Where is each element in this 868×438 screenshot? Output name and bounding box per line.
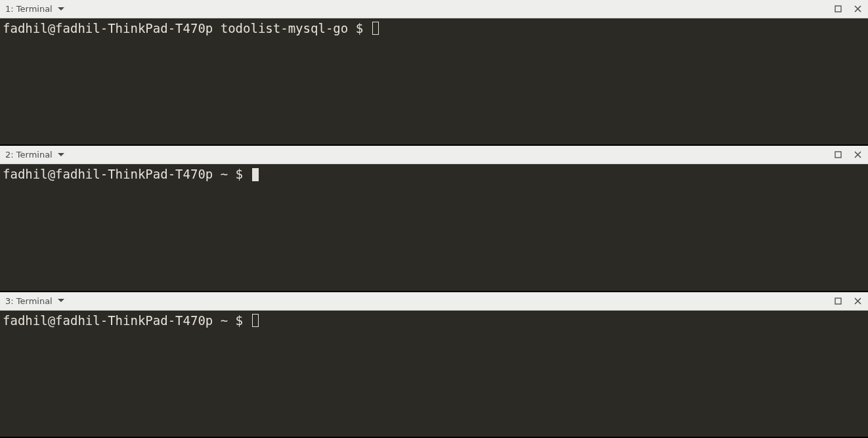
terminal-titlebar-2: 2: Terminal bbox=[0, 146, 868, 164]
maximize-button-3[interactable] bbox=[833, 296, 843, 306]
close-button-2[interactable] bbox=[852, 150, 863, 160]
terminal-tab-selector-2[interactable]: 2: Terminal bbox=[5, 150, 66, 159]
window-controls-1 bbox=[833, 4, 863, 14]
terminal-title-2: 2: Terminal bbox=[5, 150, 53, 159]
maximize-icon bbox=[835, 151, 842, 158]
terminal-prompt-2: fadhil@fadhil-ThinkPad-T470p ~ $ bbox=[3, 167, 251, 182]
terminal-prompt-3: fadhil@fadhil-ThinkPad-T470p ~ $ bbox=[3, 313, 251, 328]
maximize-icon bbox=[835, 297, 842, 305]
terminal-pane-2: 2: Terminal fadhil@fadhil-ThinkPad-T470p… bbox=[0, 146, 868, 292]
terminal-cursor-2 bbox=[252, 168, 259, 181]
terminal-pane-3: 3: Terminal fadhil@fadhil-ThinkPad-T470p… bbox=[0, 292, 868, 438]
svg-rect-2 bbox=[835, 298, 841, 304]
terminal-body-2[interactable]: fadhil@fadhil-ThinkPad-T470p ~ $ bbox=[0, 164, 868, 290]
window-controls-2 bbox=[833, 150, 863, 160]
terminal-title-1: 1: Terminal bbox=[5, 5, 53, 13]
maximize-button-1[interactable] bbox=[833, 4, 843, 14]
terminal-tab-selector-3[interactable]: 3: Terminal bbox=[5, 297, 66, 305]
terminal-tab-selector-1[interactable]: 1: Terminal bbox=[5, 5, 66, 13]
terminal-prompt-line-1: fadhil@fadhil-ThinkPad-T470p todolist-my… bbox=[3, 21, 379, 36]
terminal-body-1[interactable]: fadhil@fadhil-ThinkPad-T470p todolist-my… bbox=[0, 18, 868, 144]
terminal-cursor-1 bbox=[372, 22, 379, 35]
close-icon bbox=[854, 297, 861, 305]
close-icon bbox=[854, 5, 861, 12]
terminal-body-3[interactable]: fadhil@fadhil-ThinkPad-T470p ~ $ bbox=[0, 311, 868, 437]
chevron-down-icon bbox=[56, 6, 66, 12]
terminal-titlebar-3: 3: Terminal bbox=[0, 292, 868, 311]
terminal-pane-1: 1: Terminal fadhil@fadhil-ThinkPad-T470p… bbox=[0, 0, 868, 146]
close-button-1[interactable] bbox=[852, 4, 863, 14]
terminal-prompt-line-2: fadhil@fadhil-ThinkPad-T470p ~ $ bbox=[3, 167, 259, 182]
chevron-down-icon bbox=[56, 152, 66, 158]
chevron-down-icon bbox=[56, 297, 66, 304]
window-controls-3 bbox=[833, 296, 863, 306]
close-icon bbox=[854, 151, 861, 158]
terminal-cursor-3 bbox=[252, 314, 259, 327]
terminal-prompt-1: fadhil@fadhil-ThinkPad-T470p todolist-my… bbox=[3, 21, 371, 36]
terminal-prompt-line-3: fadhil@fadhil-ThinkPad-T470p ~ $ bbox=[3, 313, 259, 328]
svg-rect-0 bbox=[835, 6, 841, 12]
maximize-button-2[interactable] bbox=[833, 150, 843, 160]
terminal-titlebar-1: 1: Terminal bbox=[0, 0, 868, 18]
terminal-title-3: 3: Terminal bbox=[5, 297, 53, 305]
close-button-3[interactable] bbox=[852, 296, 863, 306]
svg-rect-1 bbox=[835, 152, 841, 158]
maximize-icon bbox=[835, 5, 842, 12]
